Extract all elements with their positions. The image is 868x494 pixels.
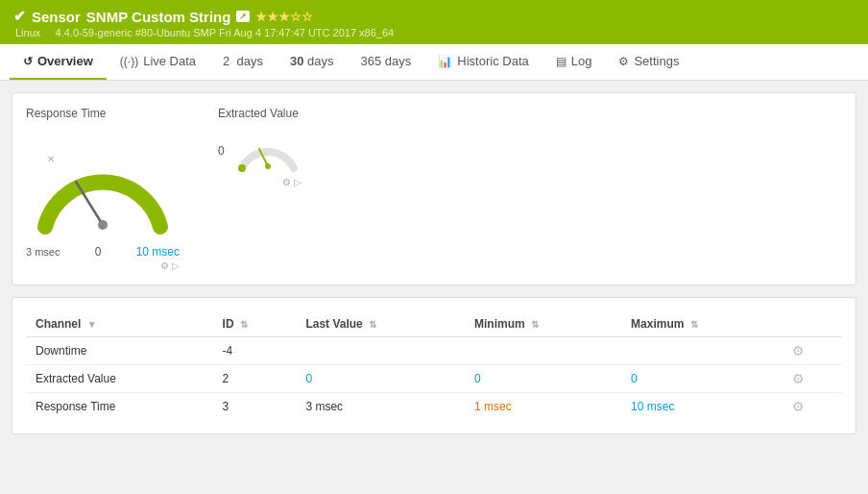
cell-last-value-2: 3 msec <box>296 393 465 421</box>
tab-settings[interactable]: ⚙ Settings <box>605 44 692 80</box>
row-settings-icon-1[interactable]: ⚙ <box>792 371 805 386</box>
gauge-settings-icon2[interactable]: ▷ <box>172 260 180 271</box>
last-value-sort-icon[interactable]: ⇅ <box>369 319 376 330</box>
cell-minimum-1: 0 <box>465 365 621 393</box>
table-row: Response Time 3 3 msec 1 msec 10 msec ⚙ <box>26 393 842 421</box>
response-time-gauge-wrapper: Response Time ✕ 3 msec <box>26 107 180 271</box>
gauge-card: Response Time ✕ 3 msec <box>12 92 856 285</box>
header-subtitle: Linux 4.4.0-59-generic #80-Ubuntu SMP Fr… <box>13 27 855 38</box>
col-maximum: Maximum ⇅ <box>621 311 783 337</box>
cell-last-value-1: 0 <box>296 365 465 393</box>
gauge-center-val: 0 <box>95 245 102 259</box>
cell-actions-0: ⚙ <box>783 337 842 365</box>
ext-icon: ↗ <box>236 11 250 22</box>
cell-id-2: 3 <box>213 393 297 421</box>
table-card: Channel ▼ ID ⇅ Last Value ⇅ Minimum ⇅ Ma… <box>12 297 856 434</box>
gauge-section: Response Time ✕ 3 msec <box>26 107 842 271</box>
tab-2days[interactable]: 2 days <box>209 44 277 80</box>
channels-table: Channel ▼ ID ⇅ Last Value ⇅ Minimum ⇅ Ma… <box>26 311 842 420</box>
cell-channel-2: Response Time <box>26 393 213 421</box>
gauge-settings-icon1[interactable]: ⚙ <box>160 260 169 271</box>
small-gauge-row: 0 ⚙ ▷ <box>218 126 301 174</box>
cell-minimum-0 <box>465 337 621 365</box>
tab-settings-label: Settings <box>634 54 679 68</box>
extracted-value-label: Extracted Value <box>218 107 301 120</box>
row-settings-icon-0[interactable]: ⚙ <box>792 343 805 358</box>
tab-365days-label: 365 days <box>361 54 412 68</box>
check-icon: ✔ <box>13 8 26 25</box>
sensor-label: Sensor <box>32 9 81 25</box>
small-gauge-settings-icon2[interactable]: ▷ <box>294 177 301 187</box>
title-text: SNMP Custom String <box>86 9 231 25</box>
log-icon: ▤ <box>556 55 567 68</box>
channel-sort-icon[interactable]: ▼ <box>87 319 97 330</box>
cell-actions-1: ⚙ <box>783 365 842 393</box>
tab-overview[interactable]: ↺ Overview <box>10 44 107 80</box>
live-data-icon: ((·)) <box>120 55 138 68</box>
tab-365days[interactable]: 365 days <box>348 44 425 80</box>
response-time-gauge: ✕ <box>26 126 180 241</box>
cell-maximum-2: 10 msec <box>621 393 783 421</box>
table-row: Extracted Value 2 0 0 0 ⚙ <box>26 365 842 393</box>
col-actions <box>783 311 842 337</box>
cell-maximum-1: 0 <box>621 365 783 393</box>
tab-historic-data-label: Historic Data <box>457 54 528 68</box>
cell-id-1: 2 <box>213 365 297 393</box>
gauge-settings-icons: ⚙ ▷ <box>26 260 180 271</box>
cell-maximum-0 <box>621 337 783 365</box>
tab-overview-label: Overview <box>37 54 93 68</box>
cell-minimum-2: 1 msec <box>465 393 621 421</box>
col-id: ID ⇅ <box>213 311 297 337</box>
tab-bar: ↺ Overview ((·)) Live Data 2 days 30 day… <box>0 44 868 81</box>
gauge-max-val: 10 msec <box>136 245 180 259</box>
cell-id-0: -4 <box>213 337 297 365</box>
col-channel: Channel ▼ <box>26 311 213 337</box>
tab-live-data-label: Live Data <box>143 54 196 68</box>
cell-last-value-0 <box>296 337 465 365</box>
header-title-row: ✔ Sensor SNMP Custom String ↗ ★★★☆☆ <box>13 8 855 25</box>
tab-30days[interactable]: 30 days <box>277 44 348 80</box>
row-settings-icon-2[interactable]: ⚙ <box>792 399 805 414</box>
cell-channel-0: Downtime <box>26 337 213 365</box>
cell-channel-1: Extracted Value <box>26 365 213 393</box>
col-last-value: Last Value ⇅ <box>296 311 465 337</box>
small-gauge-settings-icon1[interactable]: ⚙ <box>282 177 291 187</box>
svg-text:✕: ✕ <box>47 154 55 164</box>
gauge-bottom: 3 msec 0 10 msec <box>26 245 180 259</box>
header: ✔ Sensor SNMP Custom String ↗ ★★★☆☆ Linu… <box>0 0 868 44</box>
gauge-min-label: 3 msec <box>26 246 60 258</box>
tab-30days-label: 30 days <box>290 54 334 68</box>
minimum-sort-icon[interactable]: ⇅ <box>531 319 539 330</box>
main-content: Response Time ✕ 3 msec <box>0 81 868 446</box>
response-time-label: Response Time <box>26 107 180 120</box>
extracted-value-gauge: ⚙ ▷ <box>234 126 301 174</box>
tab-log-label: Log <box>571 54 592 68</box>
historic-data-icon: 📊 <box>438 55 452 68</box>
settings-icon: ⚙ <box>618 55 629 68</box>
extracted-value-gauge-wrapper: Extracted Value 0 ⚙ ▷ <box>218 107 301 174</box>
cell-actions-2: ⚙ <box>783 393 842 421</box>
star-rating: ★★★☆☆ <box>255 10 313 24</box>
tab-live-data[interactable]: ((·)) Live Data <box>107 44 209 80</box>
table-header-row: Channel ▼ ID ⇅ Last Value ⇅ Minimum ⇅ Ma… <box>26 311 842 337</box>
tab-2days-label: 2 days <box>223 54 263 68</box>
overview-icon: ↺ <box>23 55 33 68</box>
col-minimum: Minimum ⇅ <box>465 311 621 337</box>
id-sort-icon[interactable]: ⇅ <box>240 319 248 330</box>
tab-historic-data[interactable]: 📊 Historic Data <box>424 44 542 80</box>
svg-point-1 <box>98 220 108 230</box>
table-row: Downtime -4 ⚙ <box>26 337 842 365</box>
tab-log[interactable]: ▤ Log <box>542 44 606 80</box>
maximum-sort-icon[interactable]: ⇅ <box>690 319 698 330</box>
extracted-value-val: 0 <box>218 144 225 158</box>
svg-point-4 <box>265 163 271 169</box>
